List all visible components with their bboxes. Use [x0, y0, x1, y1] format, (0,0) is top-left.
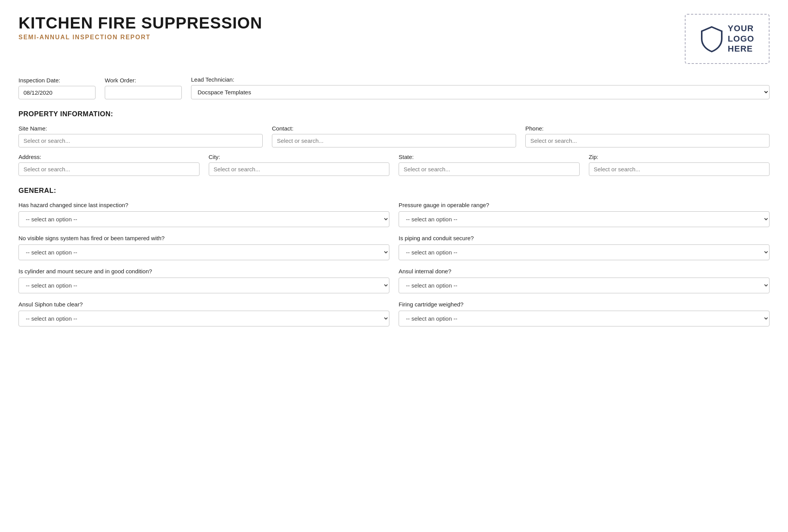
general-label-1-right: Pressure gauge in operable range?	[399, 202, 770, 208]
page-subtitle: SEMI-ANNUAL INSPECTION REPORT	[18, 34, 262, 41]
phone-input[interactable]	[525, 134, 770, 147]
property-row-2: Address: City: State: Zip:	[18, 154, 770, 176]
general-label-2-left: No visible signs system has fired or bee…	[18, 235, 389, 241]
site-name-group: Site Name:	[18, 125, 263, 147]
page-title: KITCHEN FIRE SUPPRESSION	[18, 14, 262, 32]
state-group: State:	[399, 154, 580, 176]
zip-group: Zip:	[589, 154, 770, 176]
lead-tech-label: Lead Technician:	[191, 76, 770, 83]
address-label: Address:	[18, 154, 200, 160]
work-order-group: Work Order:	[105, 77, 182, 99]
general-field-3-right: Ansul internal done?-- select an option …	[399, 268, 770, 293]
property-section-title: PROPERTY INFORMATION:	[18, 110, 770, 118]
work-order-label: Work Order:	[105, 77, 182, 84]
general-label-4-right: Firing cartridge weighed?	[399, 301, 770, 308]
state-input[interactable]	[399, 162, 580, 176]
title-block: KITCHEN FIRE SUPPRESSION SEMI-ANNUAL INS…	[18, 14, 262, 41]
general-field-2-left: No visible signs system has fired or bee…	[18, 235, 389, 260]
lead-tech-select[interactable]: Docspace Templates	[191, 85, 770, 99]
shield-icon	[700, 25, 723, 52]
city-input[interactable]	[209, 162, 390, 176]
general-select-3-right[interactable]: -- select an option --YesNoN/A	[399, 278, 770, 293]
general-field-1-right: Pressure gauge in operable range?-- sele…	[399, 202, 770, 227]
general-select-4-right[interactable]: -- select an option --YesNoN/A	[399, 311, 770, 326]
general-label-3-left: Is cylinder and mount secure and in good…	[18, 268, 389, 274]
general-label-3-right: Ansul internal done?	[399, 268, 770, 274]
lead-tech-group: Lead Technician: Docspace Templates	[191, 76, 770, 99]
general-row-3: Is cylinder and mount secure and in good…	[18, 268, 770, 293]
logo-placeholder: YOUR LOGO HERE	[685, 14, 770, 64]
contact-group: Contact:	[272, 125, 516, 147]
inspection-date-input[interactable]	[18, 86, 96, 99]
general-field-4-left: Ansul Siphon tube clear?-- select an opt…	[18, 301, 389, 326]
general-field-4-right: Firing cartridge weighed?-- select an op…	[399, 301, 770, 326]
site-name-label: Site Name:	[18, 125, 263, 132]
page-header: KITCHEN FIRE SUPPRESSION SEMI-ANNUAL INS…	[18, 14, 770, 64]
general-select-2-right[interactable]: -- select an option --YesNoN/A	[399, 244, 770, 260]
general-row-2: No visible signs system has fired or bee…	[18, 235, 770, 260]
general-select-2-left[interactable]: -- select an option --YesNoN/A	[18, 244, 389, 260]
general-label-2-right: Is piping and conduit secure?	[399, 235, 770, 241]
city-label: City:	[209, 154, 390, 160]
inspection-date-group: Inspection Date:	[18, 77, 96, 99]
top-form-row: Inspection Date: Work Order: Lead Techni…	[18, 76, 770, 99]
zip-label: Zip:	[589, 154, 770, 160]
property-row-1: Site Name: Contact: Phone:	[18, 125, 770, 147]
address-input[interactable]	[18, 162, 200, 176]
general-row-4: Ansul Siphon tube clear?-- select an opt…	[18, 301, 770, 326]
logo-text: YOUR LOGO HERE	[728, 23, 754, 54]
general-select-1-right[interactable]: -- select an option --YesNoN/A	[399, 211, 770, 227]
general-section-title: GENERAL:	[18, 187, 770, 195]
phone-label: Phone:	[525, 125, 770, 132]
general-label-4-left: Ansul Siphon tube clear?	[18, 301, 389, 308]
state-label: State:	[399, 154, 580, 160]
general-field-3-left: Is cylinder and mount secure and in good…	[18, 268, 389, 293]
address-group: Address:	[18, 154, 200, 176]
inspection-date-label: Inspection Date:	[18, 77, 96, 84]
property-grid: Site Name: Contact: Phone: Address: City…	[18, 125, 770, 176]
phone-group: Phone:	[525, 125, 770, 147]
general-select-4-left[interactable]: -- select an option --YesNoN/A	[18, 311, 389, 326]
general-label-1-left: Has hazard changed since last inspection…	[18, 202, 389, 208]
work-order-input[interactable]	[105, 86, 182, 99]
general-row-1: Has hazard changed since last inspection…	[18, 202, 770, 227]
general-select-3-left[interactable]: -- select an option --YesNoN/A	[18, 278, 389, 293]
general-field-2-right: Is piping and conduit secure?-- select a…	[399, 235, 770, 260]
general-grid: Has hazard changed since last inspection…	[18, 202, 770, 326]
site-name-input[interactable]	[18, 134, 263, 147]
general-field-1-left: Has hazard changed since last inspection…	[18, 202, 389, 227]
zip-input[interactable]	[589, 162, 770, 176]
contact-input[interactable]	[272, 134, 516, 147]
city-group: City:	[209, 154, 390, 176]
general-select-1-left[interactable]: -- select an option --YesNoN/A	[18, 211, 389, 227]
contact-label: Contact:	[272, 125, 516, 132]
